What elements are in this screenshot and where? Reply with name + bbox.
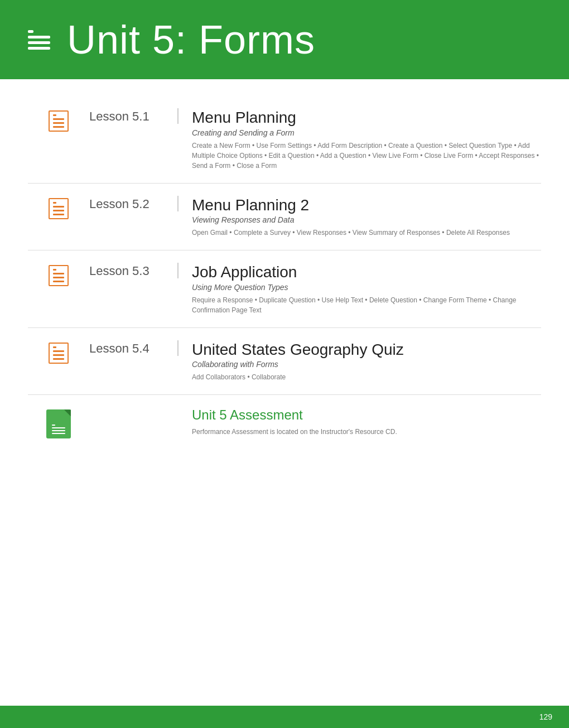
page-number: 129 [539, 712, 552, 721]
doc-icon-lines [52, 425, 65, 434]
assessment-content-col: Unit 5 Assessment Performance Assessment… [179, 407, 541, 437]
lesson-label-5.4: Lesson 5.4 [89, 341, 166, 356]
lesson-label-col-5.4: Lesson 5.4 [89, 340, 179, 356]
lesson-row-5.2: Lesson 5.2 Menu Planning 2 Viewing Respo… [28, 184, 541, 251]
lesson-icon-col-5.3 [28, 263, 89, 286]
lesson-row-5.4: Lesson 5.4 United States Geography Quiz … [28, 328, 541, 396]
lesson-desc-5.2: Open Gmail • Complete a Survey • View Re… [192, 228, 541, 238]
lesson-row-5.1: Lesson 5.1 Menu Planning Creating and Se… [28, 96, 541, 184]
lesson-desc-5.4: Add Collaborators • Collaborate [192, 372, 541, 382]
lesson-subtitle-5.1: Creating and Sending a Form [192, 128, 541, 137]
list-icon-5.4 [49, 343, 69, 364]
list-icon-5.2 [49, 198, 69, 219]
lesson-label-col-5.2: Lesson 5.2 [89, 196, 179, 211]
lesson-icon-col-5.2 [28, 196, 89, 219]
page-header: Unit 5: Forms [0, 0, 569, 79]
lesson-icon-col-5.4 [28, 340, 89, 364]
document-icon [46, 409, 71, 438]
assessment-icon-col [28, 407, 89, 438]
lesson-title-5.1: Menu Planning [192, 108, 541, 127]
assessment-title: Unit 5 Assessment [192, 407, 541, 423]
lesson-subtitle-5.4: Collaborating with Forms [192, 360, 541, 369]
lesson-title-5.4: United States Geography Quiz [192, 340, 541, 359]
lesson-icon-col-5.1 [28, 108, 89, 132]
lesson-subtitle-5.2: Viewing Responses and Data [192, 215, 541, 224]
lesson-label-5.1: Lesson 5.1 [89, 109, 166, 124]
list-icon-5.1 [49, 110, 69, 132]
lesson-label-col-5.3: Lesson 5.3 [89, 263, 179, 278]
main-content: Lesson 5.1 Menu Planning Creating and Se… [0, 79, 569, 484]
list-icon-5.3 [49, 265, 69, 286]
lesson-title-5.2: Menu Planning 2 [192, 196, 541, 215]
lesson-label-5.3: Lesson 5.3 [89, 264, 166, 278]
lesson-row-5.3: Lesson 5.3 Job Application Using More Qu… [28, 250, 541, 328]
assessment-row: Unit 5 Assessment Performance Assessment… [28, 395, 541, 451]
page-title: Unit 5: Forms [67, 17, 315, 62]
lesson-content-col-5.4: United States Geography Quiz Collaborati… [179, 340, 541, 383]
lesson-content-col-5.2: Menu Planning 2 Viewing Responses and Da… [179, 196, 541, 238]
page-footer: 129 [0, 706, 569, 728]
lesson-content-col-5.3: Job Application Using More Question Type… [179, 263, 541, 315]
lesson-subtitle-5.3: Using More Question Types [192, 283, 541, 292]
lesson-label-col-5.1: Lesson 5.1 [89, 108, 179, 124]
lesson-desc-5.3: Require a Response • Duplicate Question … [192, 295, 541, 315]
header-list-icon [28, 30, 50, 50]
assessment-description: Performance Assessment is located on the… [192, 427, 541, 437]
lesson-content-col-5.1: Menu Planning Creating and Sending a For… [179, 108, 541, 171]
lesson-title-5.3: Job Application [192, 263, 541, 282]
lesson-desc-5.1: Create a New Form • Use Form Settings • … [192, 141, 541, 171]
lesson-label-5.2: Lesson 5.2 [89, 197, 166, 211]
